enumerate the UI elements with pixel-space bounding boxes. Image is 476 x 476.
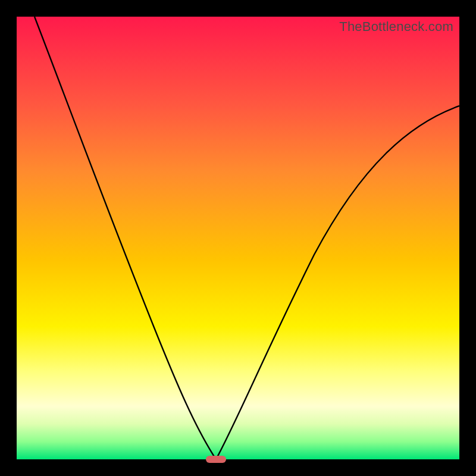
chart-frame: TheBottleneck.com bbox=[0, 0, 476, 476]
minimum-marker bbox=[206, 456, 226, 463]
curve-path bbox=[35, 17, 459, 459]
plot-area: TheBottleneck.com bbox=[17, 17, 459, 459]
bottleneck-curve bbox=[17, 17, 459, 459]
